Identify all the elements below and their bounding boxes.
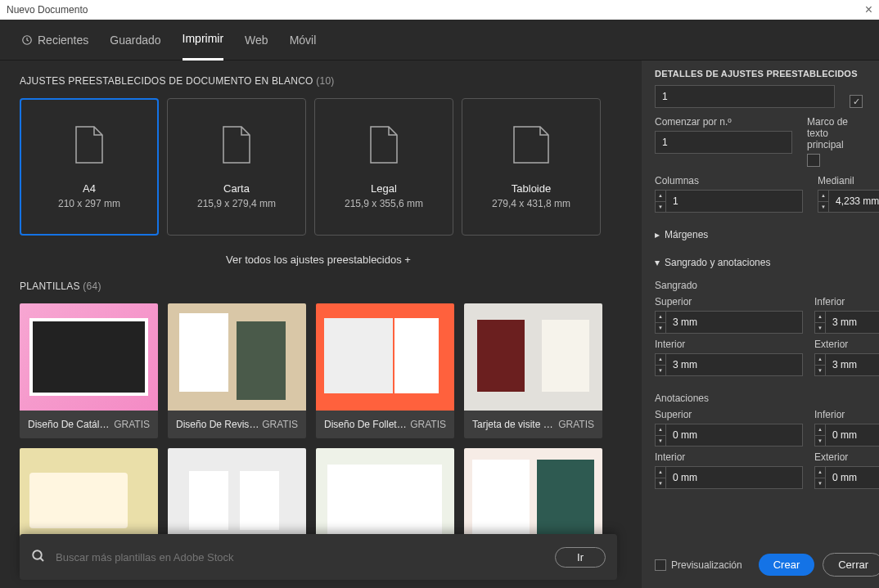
template-thumb xyxy=(20,303,158,411)
tab-print[interactable]: Imprimir xyxy=(183,20,224,61)
tab-web[interactable]: Web xyxy=(245,20,268,61)
facing-pages-checkbox[interactable]: ✓ xyxy=(850,95,863,108)
category-tabs: Recientes Guardado Imprimir Web Móvil xyxy=(0,20,879,61)
template-card[interactable]: Diseño De Revista...GRATIS xyxy=(168,303,306,438)
chevron-down-icon: ▾ xyxy=(655,257,660,268)
clock-icon xyxy=(21,34,33,46)
gutter-field[interactable] xyxy=(829,190,879,213)
search-input[interactable] xyxy=(56,551,545,563)
page-icon xyxy=(512,125,551,164)
preview-checkbox[interactable] xyxy=(655,559,666,571)
slug-subheader: Anotaciones xyxy=(655,393,866,404)
bleed-outside-field[interactable] xyxy=(826,353,879,376)
preset-a4[interactable]: A4 210 x 297 mm xyxy=(20,98,159,236)
view-all-presets-link[interactable]: Ver todos los ajustes preestablecidos + xyxy=(20,254,617,266)
template-card[interactable]: Diseño De Catálog...GRATIS xyxy=(20,303,158,438)
preset-legal[interactable]: Legal 215,9 x 355,6 mm xyxy=(314,98,453,236)
slug-bottom-stepper[interactable]: ▲▼ xyxy=(814,424,826,447)
bleed-accordion[interactable]: ▾ Sangrado y anotaciones xyxy=(655,257,866,268)
bleed-bottom-stepper[interactable]: ▲▼ xyxy=(814,311,826,334)
slug-outside-stepper[interactable]: ▲▼ xyxy=(814,466,826,489)
bleed-bottom-field[interactable] xyxy=(826,311,879,334)
page-icon xyxy=(368,125,399,164)
slug-inside-field[interactable] xyxy=(666,466,803,489)
columns-field[interactable] xyxy=(666,190,803,213)
gutter-stepper[interactable]: ▲▼ xyxy=(818,190,829,213)
preset-tabloid[interactable]: Tabloide 279,4 x 431,8 mm xyxy=(462,98,601,236)
template-thumb xyxy=(316,303,454,411)
window-close-button[interactable]: × xyxy=(865,2,872,17)
preset-list: A4 210 x 297 mm Carta 215,9 x 279,4 mm L… xyxy=(20,98,642,236)
slug-bottom-field[interactable] xyxy=(826,424,879,447)
slug-outside-field[interactable] xyxy=(826,466,879,489)
bleed-top-field[interactable] xyxy=(666,311,803,334)
template-grid: Diseño De Catálog...GRATIS Diseño De Rev… xyxy=(20,303,625,555)
bleed-top-stepper[interactable]: ▲▼ xyxy=(655,311,666,334)
columns-stepper[interactable]: ▲▼ xyxy=(655,190,666,213)
chevron-right-icon: ▸ xyxy=(655,229,660,240)
svg-line-2 xyxy=(40,558,43,561)
svg-point-1 xyxy=(33,550,42,559)
template-card[interactable]: Tarjeta de visite si...GRATIS xyxy=(464,303,602,438)
search-bar: Ir xyxy=(20,534,617,580)
templates-header: PLANTILLAS (64) xyxy=(20,281,642,292)
window-titlebar: Nuevo Documento × xyxy=(0,0,879,20)
close-button[interactable]: Cerrar xyxy=(823,553,879,577)
bleed-inside-stepper[interactable]: ▲▼ xyxy=(655,353,666,376)
template-thumb xyxy=(464,303,602,411)
tab-mobile[interactable]: Móvil xyxy=(290,20,317,61)
tab-recent[interactable]: Recientes xyxy=(21,20,88,61)
primary-text-frame-checkbox[interactable] xyxy=(807,154,820,167)
bleed-outside-stepper[interactable]: ▲▼ xyxy=(814,353,826,376)
start-page-field[interactable] xyxy=(655,131,792,154)
presets-header: AJUSTES PREESTABLECIDOS DE DOCUMENTO EN … xyxy=(20,75,642,87)
create-button[interactable]: Crear xyxy=(759,554,815,576)
page-icon xyxy=(221,125,252,164)
panel-title: DETALLES DE AJUSTES PREESTABLECIDOS xyxy=(655,69,866,79)
tab-saved[interactable]: Guardado xyxy=(110,20,160,61)
template-card[interactable]: Diseño De Folleto...GRATIS xyxy=(316,303,454,438)
bleed-inside-field[interactable] xyxy=(666,353,803,376)
slug-top-stepper[interactable]: ▲▼ xyxy=(655,424,666,447)
preset-letter[interactable]: Carta 215,9 x 279,4 mm xyxy=(167,98,306,236)
slug-top-field[interactable] xyxy=(666,424,803,447)
window-title: Nuevo Documento xyxy=(7,4,88,16)
template-thumb xyxy=(168,303,306,411)
pages-field[interactable] xyxy=(655,85,835,108)
page-icon xyxy=(74,125,105,164)
bleed-subheader: Sangrado xyxy=(655,280,866,291)
search-icon xyxy=(31,549,46,566)
slug-inside-stepper[interactable]: ▲▼ xyxy=(655,466,666,489)
search-go-button[interactable]: Ir xyxy=(555,547,606,568)
margins-accordion[interactable]: ▸ Márgenes xyxy=(655,229,866,240)
